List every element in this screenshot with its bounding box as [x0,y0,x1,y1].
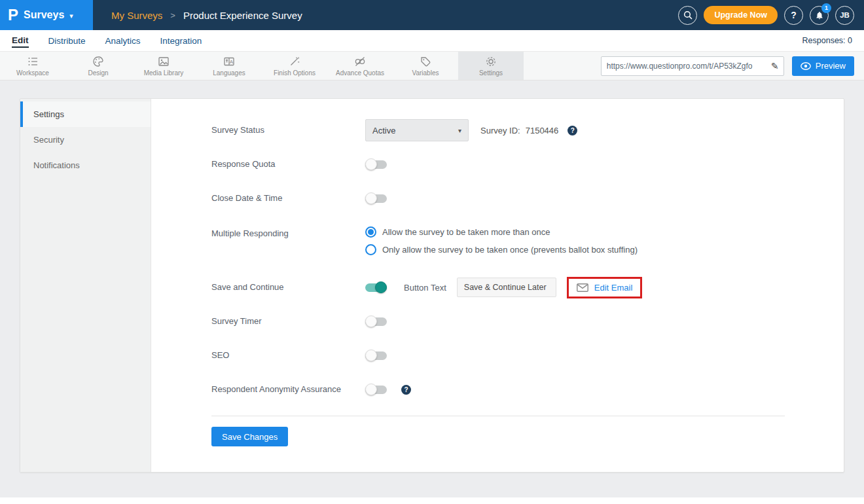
close-date-label: Close Date & Time [211,191,365,206]
workspace-icon [26,55,39,68]
svg-text:A: A [230,59,234,65]
question-mark-icon: ? [791,10,797,20]
tab-edit[interactable]: Edit [12,34,29,48]
response-quota-toggle[interactable] [365,160,387,169]
toolbar-item-languages[interactable]: A Languages [196,52,262,80]
search-icon [683,10,693,20]
topbar: P Surveys ▾ My Surveys > Product Experie… [0,0,864,30]
divider [211,416,785,416]
tab-integration[interactable]: Integration [160,35,202,47]
settings-sidebar: Settings Security Notifications [20,99,151,472]
product-menu[interactable]: P Surveys ▾ [0,0,93,30]
eye-icon [801,62,811,70]
survey-id-label: Survey ID: [480,126,520,135]
breadcrumb-separator: > [170,10,175,20]
envelope-icon [577,283,588,292]
avatar[interactable]: JB [835,6,854,25]
responses-count: Responses: 0 [802,36,852,45]
survey-timer-toggle[interactable] [365,317,387,326]
breadcrumb-my-surveys[interactable]: My Surveys [111,10,162,21]
anonymity-label: Respondent Anonymity Assurance [211,382,365,397]
anonymity-row: Respondent Anonymity Assurance ? [211,372,785,406]
breadcrumb: My Surveys > Product Experience Survey [111,10,302,21]
toolbar-item-variables[interactable]: Variables [393,52,458,80]
sidebar-item-notifications[interactable]: Notifications [20,153,151,178]
survey-id-value: 7150446 [526,126,559,135]
footer-strip [0,497,864,504]
finish-options-icon [288,55,301,68]
toolbar-item-media-library[interactable]: Media Library [131,52,196,80]
edit-url-pencil-icon[interactable]: ✎ [766,57,783,75]
settings-gear-icon [484,55,497,68]
survey-id-help-icon[interactable]: ? [567,126,577,135]
page-title: Product Experience Survey [183,10,302,21]
save-and-continue-row: Save and Continue Button Text Edit Email [211,270,785,304]
tab-analytics[interactable]: Analytics [105,35,141,47]
tab-distribute[interactable]: Distribute [48,35,86,47]
seo-row: SEO [211,338,785,372]
close-date-toggle[interactable] [365,194,387,203]
design-icon [92,55,105,68]
languages-icon: A [223,55,236,68]
seo-label: SEO [211,348,365,363]
search-button[interactable] [678,6,697,25]
sidebar-item-security[interactable]: Security [20,127,151,153]
toolbar-item-advance-quotas[interactable]: Advance Quotas [327,52,393,80]
toolbar-item-workspace[interactable]: Workspace [0,52,65,80]
variables-icon [419,55,432,68]
save-changes-button[interactable]: Save Changes [211,427,288,446]
radio-unselected-icon[interactable] [365,244,376,255]
survey-timer-label: Survey Timer [211,314,365,329]
notifications-button[interactable]: 1 [810,6,829,25]
close-date-row: Close Date & Time [211,181,785,215]
toolbar-right: ✎ Preview [601,52,864,80]
radio-allow-once[interactable]: Only allow the survey to be taken once (… [365,244,638,255]
survey-status-label: Survey Status [211,123,365,137]
response-quota-label: Response Quota [211,157,365,171]
preview-button[interactable]: Preview [792,56,854,76]
advance-quotas-icon [353,55,367,68]
survey-url-field: ✎ [601,56,784,76]
anonymity-help-icon[interactable]: ? [401,385,411,395]
media-library-icon [157,55,170,68]
response-quota-row: Response Quota [211,147,785,181]
notification-count-badge: 1 [821,3,831,13]
product-menu-label: Surveys [24,9,64,21]
multiple-responding-row: Multiple Responding Allow the survey to … [211,215,785,270]
toolbar-item-finish-options[interactable]: Finish Options [262,52,327,80]
main-area: Settings Security Notifications Survey S… [0,81,864,497]
toolbar-item-design[interactable]: Design [65,52,131,80]
survey-url-input[interactable] [602,62,766,71]
survey-status-select[interactable]: Active ▾ [365,119,469,141]
help-button[interactable]: ? [784,6,803,25]
survey-timer-row: Survey Timer [211,304,785,338]
edit-email-link[interactable]: Edit Email [594,283,633,293]
save-and-continue-toggle[interactable] [365,283,387,292]
chevron-down-icon: ▾ [458,127,461,134]
seo-toggle[interactable] [365,351,387,360]
primary-nav: Edit Distribute Analytics Integration Re… [0,30,864,52]
chevron-down-icon: ▾ [69,12,73,20]
radio-selected-icon[interactable] [365,226,376,238]
questionpro-logo-icon: P [8,7,18,23]
settings-card: Settings Security Notifications Survey S… [20,98,844,473]
upgrade-button[interactable]: Upgrade Now [704,6,778,24]
settings-content: Survey Status Active ▾ Survey ID: 715044… [151,99,844,472]
save-and-continue-label: Save and Continue [211,280,365,295]
annotation-highlight: Edit Email [567,277,643,298]
anonymity-toggle[interactable] [365,386,387,394]
sidebar-item-settings[interactable]: Settings [20,101,151,127]
button-text-input[interactable] [457,278,556,297]
survey-status-row: Survey Status Active ▾ Survey ID: 715044… [211,113,785,147]
radio-allow-multiple[interactable]: Allow the survey to be taken more than o… [365,226,638,238]
toolbar-item-settings[interactable]: Settings [458,52,524,80]
topbar-actions: Upgrade Now ? 1 JB [678,6,864,25]
button-text-label: Button Text [404,283,446,293]
edit-toolbar: Workspace Design Media Library A Languag… [0,52,864,81]
multiple-responding-label: Multiple Responding [211,226,365,241]
